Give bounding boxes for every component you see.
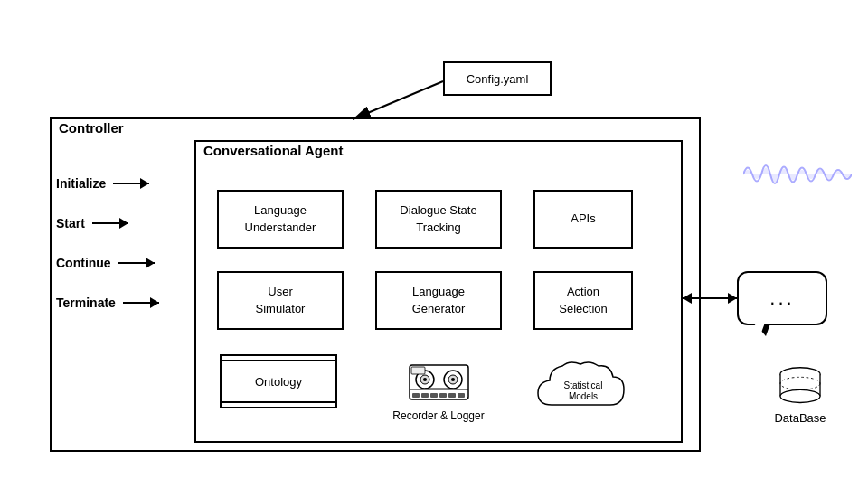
database-icon [773,366,827,406]
svg-line-1 [353,81,443,119]
recorder-logger-area: Recorder & Logger [380,352,497,425]
terminate-label: Terminate [56,296,116,310]
ontology-label: Ontology [255,375,302,389]
svg-rect-13 [439,393,447,398]
continue-arrow [118,262,155,264]
start-label: Start [56,216,85,230]
config-yaml-box: Config.yaml [443,61,552,96]
continue-label: Continue [56,256,111,270]
svg-rect-14 [448,393,456,398]
speech-bubble-tail-inner [753,323,765,333]
apis-module: APIs [533,190,633,249]
config-yaml-label: Config.yaml [467,72,529,86]
control-item-start: Start [56,216,159,230]
start-arrow [92,222,128,224]
lang-understander-label: LanguageUnderstander [245,202,316,235]
lang-generator-label: LanguageGenerator [412,284,466,316]
database-area: DataBase [764,366,836,425]
language-generator-module: LanguageGenerator [375,271,502,330]
control-items-list: Initialize Start Continue Terminate [56,176,159,310]
action-selection-label: ActionSelection [559,284,607,316]
apis-label: APIs [571,211,595,227]
svg-point-5 [423,378,427,381]
sound-wave-svg [743,152,852,197]
control-item-terminate: Terminate [56,296,159,310]
language-understander-module: LanguageUnderstander [217,190,344,249]
database-label: DataBase [774,411,826,425]
svg-rect-12 [430,393,438,398]
initialize-arrow [113,183,149,184]
control-item-initialize: Initialize [56,176,159,191]
cloud-shape-svg: Statistical Models [533,355,633,418]
agent-label: Conversational Agent [203,143,343,158]
bidir-arrow [683,297,737,299]
user-simulator-module: UserSimulator [217,271,344,330]
svg-text:Models: Models [569,391,598,401]
control-item-continue: Continue [56,256,159,270]
controller-label: Controller [59,120,124,136]
recorder-label: Recorder & Logger [392,409,484,422]
dialogue-state-label: Dialogue StateTracking [400,202,476,235]
action-selection-module: ActionSelection [533,271,633,330]
ontology-module: Ontology [220,354,337,408]
svg-rect-11 [421,393,429,398]
statistical-models-area: Statistical Models [529,352,637,420]
svg-rect-15 [458,393,465,398]
svg-point-24 [780,389,820,402]
svg-rect-10 [412,393,420,398]
svg-point-8 [451,378,455,381]
user-simulator-label: UserSimulator [256,284,306,316]
speech-bubble-text: ... [769,286,794,310]
recorder-icon [405,356,473,406]
speech-bubble: ... [737,271,827,325]
svg-rect-17 [411,367,425,374]
svg-text:Statistical: Statistical [564,380,603,390]
dialogue-state-tracking-module: Dialogue StateTracking [375,190,502,249]
terminate-arrow [123,302,159,304]
initialize-label: Initialize [56,176,106,191]
